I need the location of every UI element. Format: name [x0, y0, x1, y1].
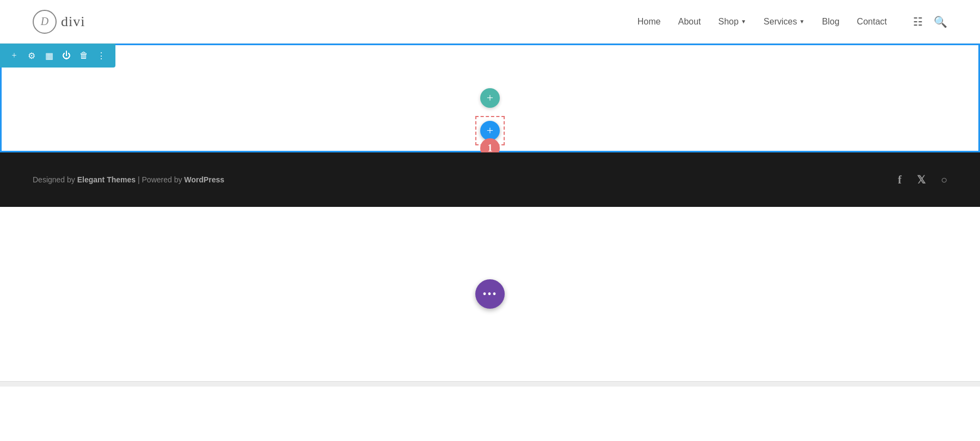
logo-text: divi — [61, 14, 85, 30]
footer-social: f 𝕏 ○ — [898, 173, 947, 186]
toolbar-settings-button[interactable]: ⚙ — [24, 48, 39, 63]
toolbar-add-button[interactable]: + — [7, 48, 22, 63]
footer-text: Designed by Elegant Themes | Powered by … — [33, 175, 224, 184]
bottom-bar — [0, 381, 980, 387]
purple-more-button[interactable]: ••• — [475, 279, 505, 309]
main-section: + + 1 — [0, 44, 980, 152]
powered-by-text: | Powered by — [136, 175, 184, 184]
shop-chevron-icon: ▼ — [741, 19, 746, 24]
section-toolbar: + ⚙ ▦ ⏻ 🗑 ⋮ — [0, 44, 115, 68]
main-nav: Home About Shop ▼ Services ▼ Blog Contac… — [638, 15, 947, 28]
nav-services[interactable]: Services ▼ — [764, 17, 805, 27]
below-footer-section: ••• — [0, 207, 980, 381]
toolbar-delete-button[interactable]: 🗑 — [76, 48, 91, 63]
logo: D divi — [33, 10, 85, 34]
nav-contact[interactable]: Contact — [857, 17, 887, 27]
blue-add-button[interactable]: + — [480, 121, 500, 140]
nav-about[interactable]: About — [678, 17, 701, 27]
dashed-box: + 1 — [475, 116, 505, 145]
cart-icon[interactable]: ☷ — [913, 15, 923, 28]
toolbar-more-button[interactable]: ⋮ — [94, 48, 109, 63]
nav-blog[interactable]: Blog — [822, 17, 840, 27]
nav-home[interactable]: Home — [638, 17, 661, 27]
logo-circle: D — [33, 10, 57, 34]
elegant-themes-link[interactable]: Elegant Themes — [77, 175, 136, 184]
wordpress-link[interactable]: WordPress — [184, 175, 224, 184]
footer: Designed by Elegant Themes | Powered by … — [0, 152, 980, 207]
instagram-icon[interactable]: ○ — [941, 174, 947, 186]
services-chevron-icon: ▼ — [799, 19, 805, 24]
page-wrapper: D divi Home About Shop ▼ Services ▼ Blog… — [0, 0, 980, 387]
facebook-icon[interactable]: f — [898, 174, 902, 186]
nav-shop[interactable]: Shop ▼ — [718, 17, 746, 27]
nav-icons: ☷ 🔍 — [913, 15, 947, 28]
designed-by-text: Designed by — [33, 175, 77, 184]
header: D divi Home About Shop ▼ Services ▼ Blog… — [0, 0, 980, 44]
toolbar-disable-button[interactable]: ⏻ — [59, 48, 74, 63]
toolbar-duplicate-button[interactable]: ▦ — [41, 48, 57, 63]
search-icon[interactable]: 🔍 — [934, 15, 947, 28]
green-add-button[interactable]: + — [480, 88, 500, 108]
twitter-icon[interactable]: 𝕏 — [917, 173, 926, 186]
logo-letter: D — [41, 15, 48, 28]
